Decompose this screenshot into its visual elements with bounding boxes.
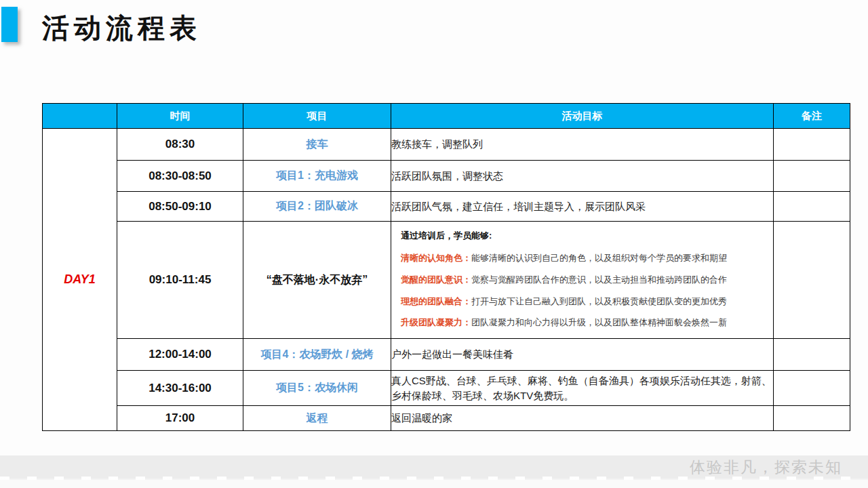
time-cell: 12:00-14:00 bbox=[117, 339, 243, 371]
time-cell: 14:30-16:00 bbox=[117, 371, 243, 406]
note-cell bbox=[774, 406, 850, 431]
goal-line: 理想的团队融合：打开与放下让自己融入到团队，以及积极贡献使团队变的更加优秀 bbox=[401, 296, 768, 308]
goal-cell: 户外一起做出一餐美味佳肴 bbox=[391, 339, 774, 371]
note-cell bbox=[774, 192, 850, 222]
goal-label: 升级团队凝聚力： bbox=[401, 317, 471, 327]
note-cell bbox=[774, 339, 850, 371]
col-header-project: 项目 bbox=[243, 104, 391, 129]
goal-line: 升级团队凝聚力：团队凝聚力和向心力得以升级，以及团队整体精神面貌会焕然一新 bbox=[401, 317, 768, 329]
project-cell: 项目2：团队破冰 bbox=[243, 192, 391, 222]
goal-line: 觉醒的团队意识：觉察与觉醒跨团队合作的意识，以及主动担当和推动跨团队的合作 bbox=[401, 274, 768, 287]
table-row: 09:10-11:45 “盘不落地·永不放弃” 通过培训后，学员能够: 清晰的认… bbox=[43, 222, 850, 339]
goal-cell: 通过培训后，学员能够: 清晰的认知角色：能够清晰的认识到自己的角色，以及组织对每… bbox=[391, 222, 774, 339]
note-cell bbox=[774, 161, 850, 192]
project-cell: 接车 bbox=[243, 129, 391, 161]
col-header-note: 备注 bbox=[774, 104, 850, 129]
goal-line: 清晰的认知角色：能够清晰的认识到自己的角色，以及组织对每个学员的要求和期望 bbox=[401, 252, 768, 265]
note-cell bbox=[774, 371, 850, 406]
schedule-table: 时间 项目 活动目标 备注 DAY1 08:30 接车 教练接车，调整队列 08… bbox=[42, 103, 850, 431]
note-cell bbox=[774, 222, 850, 339]
accent-square bbox=[1, 7, 18, 42]
goal-cell: 活跃团队气氛，建立信任，培训主题导入，展示团队风采 bbox=[391, 192, 774, 222]
time-cell: 08:50-09:10 bbox=[117, 192, 243, 222]
goal-label: 觉醒的团队意识： bbox=[401, 274, 471, 285]
col-header-goal: 活动目标 bbox=[391, 104, 774, 129]
time-cell: 08:30-08:50 bbox=[117, 161, 243, 192]
table-row: DAY1 08:30 接车 教练接车，调整队列 bbox=[43, 129, 850, 161]
col-header-day bbox=[43, 104, 117, 129]
goal-text: 打开与放下让自己融入到团队，以及积极贡献使团队变的更加优秀 bbox=[471, 296, 727, 306]
table-row: 08:50-09:10 项目2：团队破冰 活跃团队气氛，建立信任，培训主题导入，… bbox=[43, 192, 850, 222]
project-cell: “盘不落地·永不放弃” bbox=[243, 222, 391, 339]
table-row: 08:30-08:50 项目1：充电游戏 活跃团队氛围，调整状态 bbox=[43, 161, 850, 192]
table-header-row: 时间 项目 活动目标 备注 bbox=[43, 104, 850, 129]
goal-cell: 教练接车，调整队列 bbox=[391, 129, 774, 161]
note-cell bbox=[774, 129, 850, 161]
page-title: 活动流程表 bbox=[42, 9, 201, 47]
footer-bottom-strip bbox=[0, 480, 868, 488]
footer-band: 体验非凡，探索未知 bbox=[0, 455, 868, 479]
goal-cell: 真人CS野战、台球、乒乓球、麻将、钓鱼（自备渔具）各项娱乐活动任其选，射箭、乡村… bbox=[391, 371, 774, 406]
watermark-text: 体验非凡，探索未知 bbox=[690, 457, 868, 478]
project-cell: 项目5：农场休闲 bbox=[243, 371, 391, 406]
goal-cell: 返回温暖的家 bbox=[391, 406, 774, 431]
table-row: 14:30-16:00 项目5：农场休闲 真人CS野战、台球、乒乓球、麻将、钓鱼… bbox=[43, 371, 850, 406]
goal-label: 清晰的认知角色： bbox=[401, 253, 471, 263]
goal-label: 理想的团队融合： bbox=[401, 296, 471, 306]
goal-text: 觉察与觉醒跨团队合作的意识，以及主动担当和推动跨团队的合作 bbox=[471, 274, 727, 285]
slide: 活动流程表 时间 项目 活动目标 备注 DAY1 08:30 接车 教练接车，调… bbox=[0, 0, 868, 488]
table-row: 17:00 返程 返回温暖的家 bbox=[43, 406, 850, 431]
goal-intro: 通过培训后，学员能够: bbox=[401, 230, 768, 243]
project-cell: 项目1：充电游戏 bbox=[243, 161, 391, 192]
day-cell: DAY1 bbox=[43, 129, 117, 431]
col-header-time: 时间 bbox=[117, 104, 243, 129]
goal-text: 能够清晰的认识到自己的角色，以及组织对每个学员的要求和期望 bbox=[471, 253, 727, 263]
project-cell: 返程 bbox=[243, 406, 391, 431]
goal-cell: 活跃团队氛围，调整状态 bbox=[391, 161, 774, 192]
project-cell: 项目4：农场野炊 / 烧烤 bbox=[243, 339, 391, 371]
goal-text: 团队凝聚力和向心力得以升级，以及团队整体精神面貌会焕然一新 bbox=[471, 317, 727, 327]
time-cell: 08:30 bbox=[117, 129, 243, 161]
time-cell: 17:00 bbox=[117, 406, 243, 431]
time-cell: 09:10-11:45 bbox=[117, 222, 243, 339]
table-row: 12:00-14:00 项目4：农场野炊 / 烧烤 户外一起做出一餐美味佳肴 bbox=[43, 339, 850, 371]
